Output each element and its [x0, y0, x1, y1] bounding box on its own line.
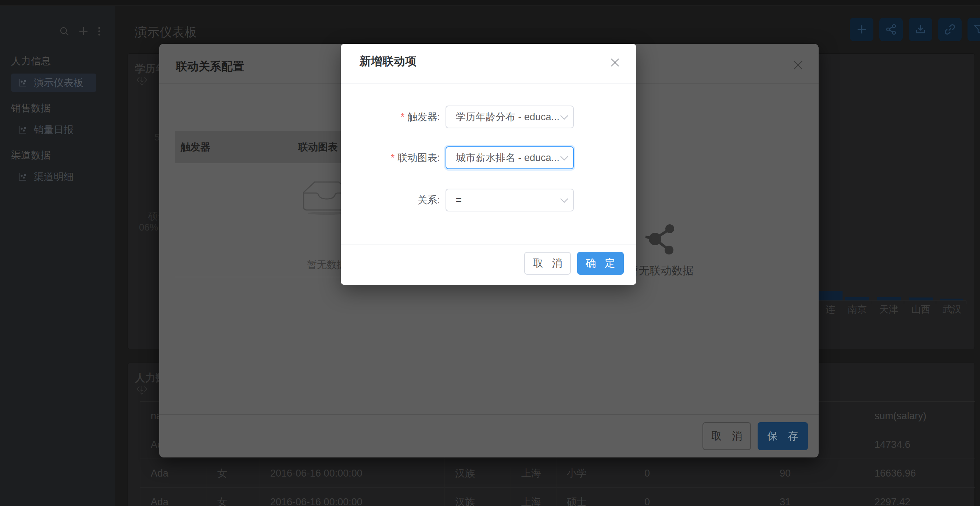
sidebar-item-label: 演示仪表板	[34, 76, 83, 89]
sidebar: 人力信息 演示仪表板 销售数据 销量日报 渠道数据 渠道明细	[0, 6, 115, 506]
sidebar-item-channel-detail[interactable]: 渠道明细	[11, 168, 96, 186]
add-component-button[interactable]	[850, 18, 873, 41]
relation-select[interactable]: =	[445, 189, 574, 212]
bar-nanjing[interactable]	[845, 297, 869, 301]
table-cell: 上海	[511, 488, 557, 506]
x-axis-label: 武汉	[930, 303, 974, 316]
plus-icon[interactable]	[78, 26, 89, 37]
sidebar-group-hr: 人力信息	[11, 54, 107, 68]
table-cell: 16636.96	[864, 459, 975, 488]
table-cell: Ada	[140, 488, 207, 506]
trigger-select[interactable]: 学历年龄分布 - educa...	[445, 105, 574, 128]
cancel-button[interactable]: 取 消	[702, 422, 751, 450]
bar-wuhan[interactable]	[940, 299, 963, 301]
chart-icon	[18, 172, 27, 181]
table-cell: 31	[769, 488, 864, 506]
field-label: *联动图表:	[341, 146, 440, 169]
table-cell: 小学	[557, 459, 634, 488]
share-network-icon	[645, 224, 676, 255]
top-strip	[0, 0, 980, 6]
save-button[interactable]: 保 存	[757, 422, 808, 450]
table-cell: 2297.42	[864, 488, 975, 506]
close-icon[interactable]	[792, 60, 803, 71]
select-value: 城市薪水排名 - educa...	[456, 147, 563, 169]
divider	[159, 414, 819, 415]
sidebar-item-label: 渠道明细	[34, 170, 73, 183]
table-cell: 2016-06-16 00:00:00	[260, 459, 445, 488]
table-cell: 硕士	[557, 488, 634, 506]
table-cell: 0	[634, 459, 769, 488]
close-icon[interactable]	[610, 58, 620, 67]
chevron-down-icon	[560, 156, 569, 162]
confirm-button[interactable]: 确 定	[577, 252, 624, 275]
divider	[341, 245, 636, 245]
chart-icon	[18, 125, 27, 135]
drill-icon[interactable]	[136, 384, 147, 397]
filter-icon	[974, 24, 980, 35]
table-cell: Ada	[140, 459, 207, 488]
modal-title: 联动关系配置	[176, 59, 244, 74]
table-cell: 上海	[511, 459, 557, 488]
app-screen: 人力信息 演示仪表板 销售数据 销量日报 渠道数据 渠道明细 演示仪表板	[0, 0, 980, 506]
search-icon[interactable]	[59, 26, 70, 37]
share-icon	[885, 24, 897, 35]
form-row-linked-chart: *联动图表: 城市薪水排名 - educa...	[341, 146, 636, 169]
field-label: 关系:	[341, 189, 440, 212]
divider	[341, 83, 636, 83]
link-icon	[944, 24, 956, 35]
chart-icon	[18, 78, 27, 88]
share-button[interactable]	[879, 18, 903, 41]
page-title: 演示仪表板	[135, 24, 197, 41]
field-label: *触发器:	[341, 105, 440, 128]
column-header-trigger: 触发器	[175, 131, 293, 163]
filter-button[interactable]	[967, 18, 980, 41]
cancel-button[interactable]: 取 消	[524, 252, 571, 275]
table-cell: 女	[207, 488, 260, 506]
column-header[interactable]: sum(salary)	[864, 401, 975, 430]
bar-tianjin[interactable]	[877, 297, 901, 301]
plus-icon	[856, 24, 867, 35]
pie-slice-label: 06%	[139, 222, 158, 233]
form-row-relation: 关系: =	[341, 189, 636, 212]
x-axis	[804, 301, 966, 301]
select-value: 学历年龄分布 - educa...	[456, 106, 563, 127]
sidebar-group-channel: 渠道数据	[11, 148, 107, 162]
sidebar-toolbar	[59, 25, 107, 37]
sidebar-item-sales-daily[interactable]: 销量日报	[11, 121, 96, 139]
table-cell: 汉族	[445, 488, 511, 506]
bar-shanxi[interactable]	[909, 298, 933, 301]
table-cell: 90	[769, 459, 864, 488]
select-value: =	[456, 189, 563, 211]
required-asterisk: *	[401, 111, 405, 123]
linked-chart-select[interactable]: 城市薪水排名 - educa...	[445, 146, 574, 169]
table-cell: 0	[634, 488, 769, 506]
kebab-icon[interactable]	[97, 26, 102, 37]
sidebar-group-sales: 销售数据	[11, 102, 107, 115]
download-icon	[915, 24, 926, 35]
link-button[interactable]	[938, 18, 962, 41]
table-cell: 女	[207, 459, 260, 488]
bar-dalian[interactable]	[818, 291, 843, 301]
chevron-down-icon	[560, 198, 569, 205]
table-cell: 14734.6	[864, 430, 975, 459]
sidebar-item-demo-dashboard[interactable]: 演示仪表板	[11, 73, 96, 92]
add-linkage-modal: 新增联动项 *触发器: 学历年龄分布 - educa... *联动图表: 城市薪…	[341, 44, 636, 285]
drill-icon[interactable]	[136, 75, 147, 88]
download-button[interactable]	[909, 18, 932, 41]
required-asterisk: *	[391, 152, 395, 163]
form-row-trigger: *触发器: 学历年龄分布 - educa...	[341, 105, 636, 128]
chevron-down-icon	[560, 115, 569, 122]
sidebar-item-label: 销量日报	[34, 123, 73, 137]
table-cell: 汉族	[445, 459, 511, 488]
table-cell: 2016-06-16 00:00:00	[260, 488, 445, 506]
modal-title: 新增联动项	[360, 54, 417, 69]
